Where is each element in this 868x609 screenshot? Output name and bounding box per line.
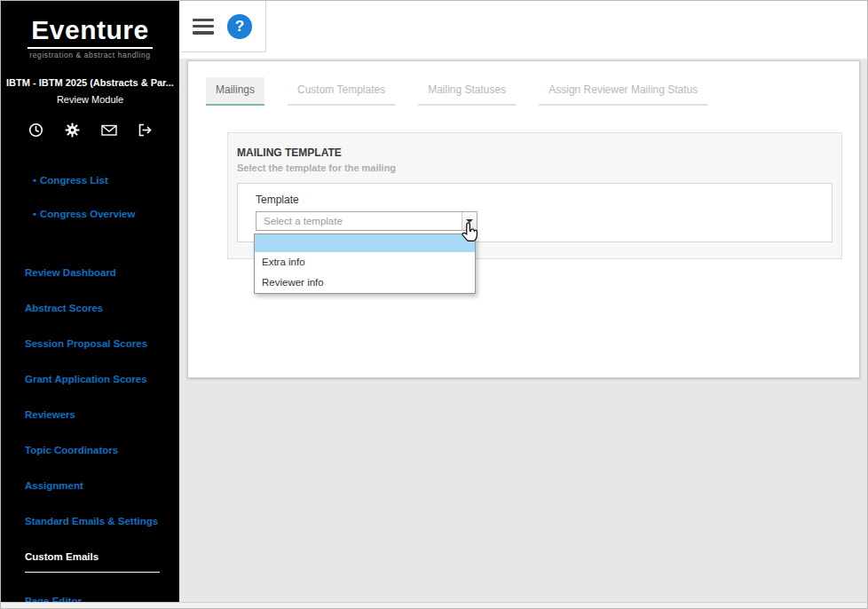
- tab-bar: Mailings Custom Templates Mailing Status…: [188, 61, 859, 106]
- mail-icon[interactable]: [101, 123, 116, 138]
- main-card: Mailings Custom Templates Mailing Status…: [187, 60, 860, 378]
- sidebar-item-standard-emails-settings[interactable]: Standard Emails & Settings: [1, 514, 179, 528]
- tab-custom-templates[interactable]: Custom Templates: [288, 77, 395, 106]
- logo: Eventure registration & abstract handlin…: [1, 1, 179, 67]
- sidebar-icon-row: [1, 123, 179, 138]
- sidebar-item-congress-list[interactable]: •Congress List: [1, 175, 179, 186]
- logo-subtitle: registration & abstract handling: [1, 51, 179, 59]
- sidebar-item-abstract-scores[interactable]: Abstract Scores: [1, 301, 179, 315]
- tab-mailings[interactable]: Mailings: [206, 77, 264, 106]
- template-select[interactable]: Select a template: [256, 211, 477, 231]
- sidebar-item-custom-emails[interactable]: Custom Emails: [1, 550, 179, 573]
- topbar: ?: [179, 1, 867, 59]
- module-label: Review Module: [1, 94, 179, 105]
- select-value: Select a template: [256, 212, 477, 230]
- topbar-box: ?: [180, 1, 266, 52]
- app-window: Eventure registration & abstract handlin…: [0, 0, 868, 609]
- sidebar-item-reviewers[interactable]: Reviewers: [1, 407, 179, 422]
- logout-icon[interactable]: [138, 123, 153, 138]
- settings-gear-icon[interactable]: [65, 123, 80, 138]
- sidebar-item-grant-application-scores[interactable]: Grant Application Scores: [1, 372, 179, 386]
- sidebar-item-assignment[interactable]: Assignment: [1, 478, 179, 493]
- sidebar-item-review-dashboard[interactable]: Review Dashboard: [1, 265, 179, 280]
- horizontal-scrollbar[interactable]: [1, 602, 867, 608]
- template-dropdown: Extra info Reviewer info: [254, 233, 476, 294]
- sidebar-item-congress-overview[interactable]: •Congress Overview: [1, 209, 179, 219]
- bullet: •: [33, 209, 36, 219]
- sidebar: Eventure registration & abstract handlin…: [1, 1, 179, 604]
- panel-title: MAILING TEMPLATE: [237, 146, 832, 159]
- hamburger-icon: [193, 19, 214, 22]
- dropdown-option-reviewer-info[interactable]: Reviewer info: [255, 273, 475, 293]
- help-button[interactable]: ?: [227, 14, 252, 39]
- logo-title: Eventure: [28, 15, 152, 49]
- congress-title: IBTM - IBTM 2025 (Abstracts & Par...: [1, 77, 179, 88]
- sidebar-item-topic-coordinators[interactable]: Topic Coordinators: [1, 443, 179, 457]
- dropdown-option-empty[interactable]: [255, 234, 475, 252]
- template-field-label: Template: [256, 194, 832, 206]
- history-icon[interactable]: [28, 123, 43, 138]
- question-mark-icon: ?: [235, 18, 244, 36]
- sidebar-item-session-proposal-scores[interactable]: Session Proposal Scores: [1, 336, 179, 351]
- bullet: •: [33, 175, 36, 186]
- sidebar-congress-links: •Congress List •Congress Overview: [1, 175, 179, 219]
- tab-mailing-statuses[interactable]: Mailing Statuses: [418, 77, 516, 106]
- dropdown-option-extra-info[interactable]: Extra info: [255, 252, 475, 273]
- tab-assign-reviewer-mailing-status[interactable]: Assign Reviewer Mailing Status: [539, 77, 707, 106]
- panel-subtitle: Select the template for the mailing: [237, 162, 832, 173]
- sidebar-nav: Review Dashboard Abstract Scores Session…: [1, 265, 179, 604]
- menu-button[interactable]: [193, 19, 214, 35]
- chevron-down-icon[interactable]: [462, 212, 477, 230]
